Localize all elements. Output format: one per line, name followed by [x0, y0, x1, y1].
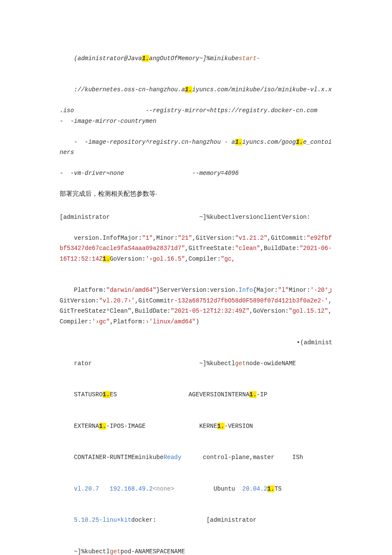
string: "clean" [235, 245, 260, 252]
string: "v1.21.2" [235, 235, 268, 241]
text: }ServerVersion:version. [156, 287, 239, 293]
cmd-line-1: (administrator@Java1.angOutOfMemory~]%mi… [60, 43, 332, 74]
string: "2021-05-12T12:32:49Z" [170, 308, 249, 314]
text: ,Minor: [153, 235, 178, 241]
text: rator ~]%kubectl [74, 360, 235, 367]
string: "l" [278, 287, 289, 293]
string: "21" [178, 235, 192, 241]
text: ) [196, 318, 199, 325]
text: EXTERNA [74, 423, 99, 430]
highlight: 1. [267, 485, 274, 492]
text: [administrator [156, 517, 257, 523]
kubectl-output: [administrator ~]%kubectlversionclientVe… [60, 212, 332, 555]
cmd-line-4: - -image-mirror-countrymen [60, 116, 332, 127]
text: GitVersion: [60, 297, 99, 304]
highlight: 1. [103, 256, 110, 262]
string: r·132a687512d7fbO58d0F5890f07d4121b3f0a2… [170, 297, 328, 304]
text: Ubuntu [174, 485, 242, 492]
highlight: 1. [185, 86, 192, 93]
text: - -image-repository^regi≤try.cn-hangzhou… [74, 139, 235, 145]
cmd-line-6: - -vm·driver≈none --memory=4096 [60, 168, 332, 179]
text: -VERSION [225, 423, 253, 430]
cmd-line-5: - -image-repository^regi≤try.cn-hangzhou… [60, 126, 332, 168]
text: iyuncs.com/goog [242, 139, 296, 145]
string: "vl.20.7›' [99, 297, 135, 304]
highlight: 1. [249, 391, 257, 398]
text: ES AGEVERSIONINTERNA [110, 391, 250, 398]
text: -IP [257, 391, 267, 398]
highlight: 1. [103, 391, 110, 398]
text: ,BuildDate: [260, 245, 300, 252]
text: ,Platform: [110, 318, 146, 325]
out-line: STATUSRO1.ES AGEVERSIONINTERNA1.-IP [60, 379, 332, 411]
highlight: 1. [217, 423, 225, 430]
value: 5.10.25-linu×kit [74, 517, 131, 523]
highlight: 1. [142, 55, 149, 62]
out-line: rator ~]%kubectlgetnode-owideNAME [60, 348, 332, 379]
string: '›gc" [92, 318, 110, 325]
out-line: vl.20.7 192.168.49.2<none> Ubuntu 20.04.… [60, 473, 332, 505]
highlight: 1. [99, 423, 106, 430]
text: Minor: [289, 287, 310, 293]
string: "gc, [221, 256, 235, 262]
text: ,Compiler: [185, 256, 221, 262]
highlight: 1. [296, 139, 303, 145]
out-line: [administrator ~]%kubectlversionclientVe… [60, 212, 332, 223]
value: vl.20.7 192.168.49.2 [74, 485, 153, 492]
string: '·20°ڑ [310, 287, 331, 293]
out-line: version.InfofMajor:"1",Minor:"21",GitVer… [60, 222, 332, 275]
text: angOutOfMemory~]%minikube [149, 55, 239, 62]
text: -vl.x.x [307, 86, 332, 93]
text: GoVersion: [110, 256, 146, 262]
text: ,GitCommit [135, 297, 170, 304]
none: <none> [153, 485, 174, 492]
text: -hangzhou.a [146, 86, 185, 93]
keyword: get [110, 548, 121, 555]
keyword: start- [239, 55, 260, 62]
text: ~]%kubectl [74, 548, 110, 555]
text: version.InfofMajor: [74, 235, 142, 241]
out-line: Platform:"darwin/amd64"}ServerVersion:ve… [60, 275, 332, 337]
text: e [303, 139, 306, 145]
text: {Major: [253, 287, 278, 293]
status: Ready [164, 454, 182, 461]
string: ›'linux/amd64" [146, 318, 196, 325]
string: '›gol.16.5" [146, 256, 185, 262]
text: (administrator@Java [74, 55, 142, 62]
cmd-line-3: .iso --registry·mirror≈https://registry.… [60, 105, 332, 116]
highlight: 1. [235, 139, 242, 145]
command-block-start: (administrator@Java1.angOutOfMemory~]%mi… [60, 43, 332, 179]
text: node-owideNAME [246, 360, 296, 367]
value: 20.04.2 [242, 485, 268, 492]
text: ,GitVersion: [192, 235, 235, 241]
text: ,GoVersion: [249, 308, 288, 314]
out-line: ~]%kubectlgetpod-ANAMESPACENAME [60, 536, 332, 555]
text: pod-ANAMESPACENAME [121, 548, 185, 555]
string: "gol.15.12" [289, 308, 328, 314]
text: control-plane,master ISh [182, 454, 303, 461]
keyword: get [235, 360, 246, 367]
text: Platform: [74, 287, 107, 293]
out-line: CONTAINER-RUNTIMEminikubeReady control-p… [60, 442, 332, 474]
text: TS [274, 485, 282, 492]
out-line-right: •(administ [60, 337, 332, 348]
text: ,GitCommit [267, 235, 303, 241]
section-heading: 部署完成后，检测相关配笆参数等· [60, 188, 332, 199]
string: "1" [142, 235, 153, 241]
text: ://kubernetes [74, 86, 121, 93]
text: iyuncs.com/minikube/iso/minikube [192, 86, 307, 93]
cmd-line-2: ://kubernetes.oss-cn-hangzhou.a1.iyuncs.… [60, 74, 332, 106]
text: CONTAINER-RUNTIMEminikube [74, 454, 164, 461]
out-line: 5.10.25-linu×kitdocker: [administrator [60, 505, 332, 536]
text: docker: [131, 517, 156, 523]
string: "darwin/amd64" [106, 287, 156, 293]
keyword: Info [239, 287, 253, 293]
out-line: EXTERNA1.-IPOS-IMAGE KERNE1.-VERSION [60, 410, 332, 442]
text: -IPOS-IMAGE KERNE [106, 423, 217, 430]
text: .oss-cn [121, 86, 146, 93]
text: ,GitTreeState: [185, 245, 235, 252]
text: STATUSRO [74, 391, 103, 398]
